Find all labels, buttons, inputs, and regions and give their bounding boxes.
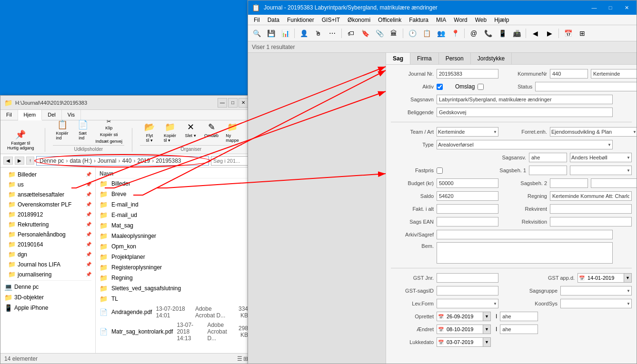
saet-ind-button[interactable]: 📄 Sætind	[73, 118, 92, 144]
up-button[interactable]: ↑	[26, 157, 34, 165]
saldo-input[interactable]	[437, 191, 498, 201]
minimize-button[interactable]: —	[218, 98, 227, 108]
tool-more[interactable]: ⋯	[326, 27, 339, 40]
tree-item-20189912[interactable]: 📁 20189912 📌	[0, 209, 95, 219]
menu-word[interactable]: Word	[450, 16, 471, 24]
kopier-sti-button[interactable]: Kopiér sti	[94, 132, 125, 138]
tool-tag[interactable]: 🏷	[344, 27, 358, 40]
sagsbeh2-code-input[interactable]	[550, 178, 588, 188]
lev-form-select[interactable]	[437, 299, 498, 308]
lukkedato-date-btn[interactable]: ▼	[483, 338, 490, 346]
fakt-alt-input[interactable]	[437, 204, 498, 214]
sagsbeh1-select[interactable]	[570, 166, 632, 175]
flyt-til-button[interactable]: 📂 Flyttil ▾	[140, 120, 159, 144]
sagsnavn-input[interactable]	[437, 95, 613, 104]
maximize-button[interactable]: □	[228, 98, 238, 108]
regning-input[interactable]	[550, 191, 632, 201]
menu-officelink[interactable]: Officelink	[374, 16, 405, 24]
file-item-andragende[interactable]: 📄 Andragende.pdf 13-07-2018 14:01 Adobe …	[96, 304, 252, 320]
oprettet-date-input[interactable]	[445, 313, 483, 320]
koordsys-select[interactable]	[560, 299, 632, 308]
lukkedato-date-input[interactable]	[445, 339, 483, 345]
tree-item-us[interactable]: 📁 us 📌	[0, 179, 95, 189]
ribbon-tab-hjem[interactable]: Hjem	[18, 110, 42, 120]
journal-nr-input[interactable]	[437, 69, 498, 79]
tool-user[interactable]: 👤	[297, 27, 310, 40]
gst-sagsid-input[interactable]	[437, 286, 498, 295]
sags-ean-input[interactable]	[437, 217, 498, 226]
tool-arrow-left[interactable]: ◀	[528, 27, 542, 40]
file-item-registeroplysninger[interactable]: 📁 Registeroplysninger	[96, 262, 252, 273]
type-select[interactable]: Arealoverførsel	[437, 140, 613, 149]
tree-item-overenskomster[interactable]: 📁 Overenskomster PLF 📌	[0, 199, 95, 209]
tool-arrow-right[interactable]: ▶	[543, 27, 556, 40]
pc-item-3d[interactable]: 📁 3D-objekter	[0, 292, 95, 303]
tool-doc[interactable]: 📋	[420, 27, 433, 40]
journal-maximize-button[interactable]: □	[604, 1, 617, 14]
sagsansv-name-select[interactable]: Anders Heebøll	[570, 153, 632, 162]
file-item-matr-sag[interactable]: 📄 Matr_sag_kontrolark.pdf 13-07-2018 14:…	[96, 320, 252, 343]
kommune-nr-code-input[interactable]	[550, 69, 588, 79]
oprettet-user-input[interactable]	[500, 312, 538, 321]
ny-mappe-button[interactable]: 📁 Nymappe	[223, 120, 242, 144]
menu-data[interactable]: Data	[264, 16, 283, 24]
tool-save[interactable]: 💾	[264, 27, 278, 40]
tree-item-ansaettelsesaftaler[interactable]: 📁 ansættelsesaftaler 📌	[0, 189, 95, 199]
tool-tag2[interactable]: 🔖	[358, 27, 372, 40]
oprettet-date-btn[interactable]: ▼	[483, 312, 490, 321]
team-select[interactable]: Kerteminde	[437, 127, 498, 137]
status-select[interactable]	[535, 82, 637, 91]
omslag-checkbox[interactable]	[478, 84, 484, 90]
journal-minimize-button[interactable]: —	[588, 1, 600, 14]
menu-fil[interactable]: Fil	[250, 16, 264, 24]
tree-item-journalisering[interactable]: 📁 journalisering 📌	[0, 269, 95, 279]
tab-firma[interactable]: Firma	[410, 53, 439, 64]
aendret-date-btn[interactable]: ▼	[483, 325, 490, 334]
file-item-projektplaner[interactable]: 📁 Projektplaner	[96, 252, 252, 262]
search-input[interactable]	[211, 156, 249, 166]
tool-clock[interactable]: 🕐	[406, 27, 419, 40]
bem-textarea[interactable]	[437, 242, 613, 264]
kopier-ind-button[interactable]: 📋 Kopiérind	[53, 118, 72, 144]
fastgor-button[interactable]: 📌 Fastgør tilHurtig adgang	[4, 128, 37, 152]
rekvisition-input[interactable]	[550, 217, 632, 226]
tool-person[interactable]: 👥	[434, 27, 448, 40]
tree-item-billeder[interactable]: 📁 Billeder 📌	[0, 169, 95, 179]
tool-bank[interactable]: 🏛	[387, 27, 400, 40]
tool-excel[interactable]: 📊	[279, 27, 292, 40]
forward-button[interactable]: ▶	[15, 157, 24, 165]
aendret-user-input[interactable]	[500, 325, 538, 334]
klip-button[interactable]: ✂ Klip	[94, 118, 125, 131]
sagsbeh2-select[interactable]	[591, 178, 637, 188]
journal-close-button[interactable]: ✕	[620, 1, 633, 14]
file-item-email-ud[interactable]: 📁 E-mail_ud	[96, 210, 252, 220]
menu-okonomi[interactable]: Økonomi	[344, 16, 374, 24]
tool-at[interactable]: @	[467, 27, 480, 40]
arkiv-sagref-input[interactable]	[437, 230, 613, 239]
aendret-date-input[interactable]	[445, 326, 483, 333]
tool-phone[interactable]: 📞	[481, 27, 495, 40]
tab-person[interactable]: Person	[439, 53, 471, 64]
tab-sag[interactable]: Sag	[386, 53, 410, 64]
tab-jordstykke[interactable]: Jordstykke	[471, 53, 512, 64]
kopier-til-button[interactable]: 📁 Kopiértil ▾	[160, 120, 179, 144]
file-item-breve[interactable]: 📁 Breve	[96, 189, 252, 199]
tree-item-rekruttering[interactable]: 📁 Rekruttering 📌	[0, 219, 95, 229]
gst-appd-date-input[interactable]	[586, 275, 624, 281]
file-item-regning[interactable]: 📁 Regning	[96, 273, 252, 283]
pc-item-iphone[interactable]: 📱 Apple iPhone	[0, 303, 95, 313]
close-button[interactable]: ✕	[239, 98, 248, 108]
pc-item-denne-pc[interactable]: 💻 Denne pc	[0, 282, 95, 292]
indsaet-genvej-button[interactable]: Indsæt genvej	[94, 138, 125, 144]
file-item-maaleoplysninger[interactable]: 📁 Maaleoplysninger	[96, 231, 252, 241]
tool-cursor[interactable]: 🖱	[311, 27, 325, 40]
rekvirent-input[interactable]	[550, 204, 632, 214]
sagsansv-code-input[interactable]	[529, 153, 567, 162]
menu-mia[interactable]: MIA	[432, 16, 450, 24]
gst-jnr-input[interactable]	[437, 273, 498, 283]
file-item-email-ind[interactable]: 📁 E-mail_ind	[96, 199, 252, 210]
tool-fax[interactable]: 📠	[510, 27, 523, 40]
menu-faktura[interactable]: Faktura	[405, 16, 432, 24]
tree-item-20190164[interactable]: 📁 20190164 📌	[0, 239, 95, 249]
address-path[interactable]: Denne pc › data (H:) › Journal › 440 › 2…	[36, 156, 209, 166]
